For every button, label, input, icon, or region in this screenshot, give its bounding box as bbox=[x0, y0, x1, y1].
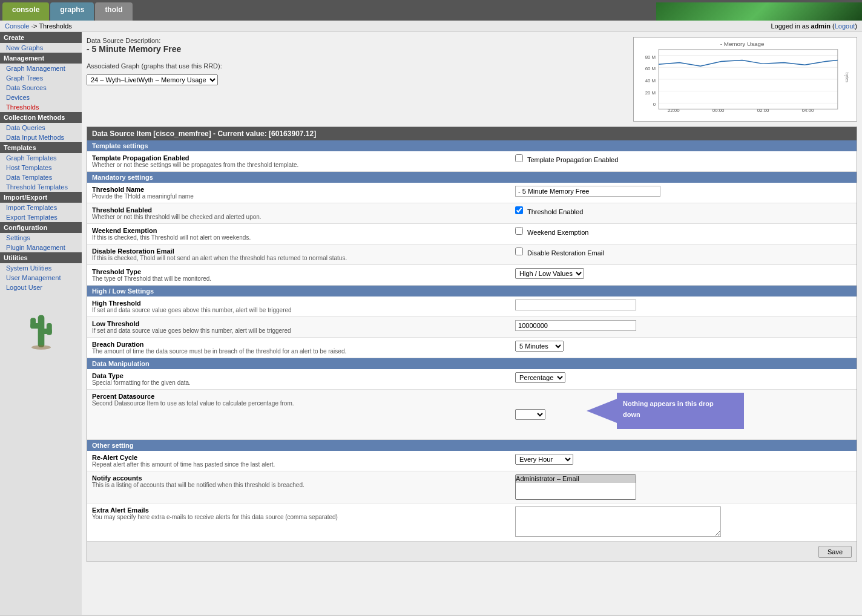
sidebar: Create New Graphs Management Graph Manag… bbox=[0, 32, 82, 615]
svg-text:20 M: 20 M bbox=[645, 90, 656, 96]
table-row: Threshold Type The type of Threshold tha… bbox=[87, 265, 857, 286]
table-row: Breach Duration The amount of time the d… bbox=[87, 338, 857, 358]
save-button[interactable]: Save bbox=[818, 546, 852, 558]
sidebar-item-graph-templates[interactable]: Graph Templates bbox=[0, 153, 82, 163]
table-row: Weekend Exemption If this is checked, th… bbox=[87, 224, 857, 244]
svg-text:00:00: 00:00 bbox=[712, 108, 725, 113]
template-propagation-label: Template Propagation Enabled bbox=[515, 156, 618, 163]
field-desc-low-threshold: If set and data source value goes below … bbox=[92, 327, 505, 334]
svg-text:0: 0 bbox=[653, 102, 656, 107]
field-label-notify-accounts: Notify accounts bbox=[92, 474, 505, 482]
field-desc-percent-datasource: Second Datasource Item to use as total v… bbox=[92, 400, 505, 407]
sidebar-item-logout-user[interactable]: Logout User bbox=[0, 283, 82, 292]
sidebar-item-user-management[interactable]: User Management bbox=[0, 273, 82, 283]
field-desc-template-propagation: Whether or not these settings will be pr… bbox=[92, 162, 505, 168]
field-label-weekend-exemption: Weekend Exemption bbox=[92, 227, 505, 234]
extra-alert-emails-textarea[interactable] bbox=[515, 506, 721, 537]
template-propagation-checkbox[interactable] bbox=[515, 154, 523, 162]
data-manipulation-table: Data Type Special formatting for the giv… bbox=[87, 369, 857, 440]
svg-text:40 M: 40 M bbox=[645, 78, 656, 84]
sidebar-item-devices[interactable]: Devices bbox=[0, 93, 82, 102]
notify-accounts-select[interactable]: Administrator – Email bbox=[515, 474, 636, 500]
sidebar-item-data-input-methods[interactable]: Data Input Methods bbox=[0, 133, 82, 142]
data-type-select[interactable]: Percentage Exact Bits Bytes bbox=[515, 372, 565, 383]
sidebar-header-collection-methods: Collection Methods bbox=[0, 112, 82, 123]
graph-preview: - Memory Usage 80 M 60 M 40 M 20 M 0 bbox=[633, 37, 857, 122]
field-desc-extra-alert-emails: You may specify here extra e-mails to re… bbox=[92, 514, 505, 520]
threshold-enabled-checkbox[interactable] bbox=[515, 206, 523, 214]
field-desc-disable-restoration: If this is checked, Thold will not send … bbox=[92, 255, 505, 261]
table-row: Template Propagation Enabled Whether or … bbox=[87, 151, 857, 172]
weekend-exemption-checkbox[interactable] bbox=[515, 227, 523, 235]
disable-restoration-checkbox[interactable] bbox=[515, 247, 523, 255]
sidebar-item-thresholds[interactable]: Thresholds bbox=[0, 102, 82, 112]
sidebar-item-system-utilities[interactable]: System Utilities bbox=[0, 263, 82, 273]
top-navigation: console graphs thold bbox=[0, 0, 862, 21]
breadcrumb-console-link[interactable]: Console bbox=[5, 22, 29, 30]
field-desc-weekend-exemption: If this is checked, this Threshold will … bbox=[92, 234, 505, 241]
high-low-settings-table: High Threshold If set and data source va… bbox=[87, 297, 857, 358]
svg-text:down: down bbox=[623, 411, 640, 418]
high-threshold-input[interactable] bbox=[515, 300, 636, 310]
assoc-graph-row: 24 – Wyth–LivetWyth – Memory Usage bbox=[87, 74, 626, 85]
ds-item-wrapper: Data Source Item [cisco_memfree] - Curre… bbox=[87, 126, 857, 562]
assoc-graph-select[interactable]: 24 – Wyth–LivetWyth – Memory Usage bbox=[87, 74, 218, 85]
main-layout: Create New Graphs Management Graph Manag… bbox=[0, 32, 862, 615]
table-row: Notify accounts This is a listing of acc… bbox=[87, 471, 857, 503]
ds-info-row: Data Source Description: - 5 Minute Memo… bbox=[87, 37, 857, 122]
weekend-exemption-label: Weekend Exemption bbox=[515, 229, 588, 236]
re-alert-cycle-select[interactable]: Every Hour Every 2 Hours Every 4 Hours E… bbox=[515, 454, 573, 465]
save-area: Save bbox=[87, 542, 857, 562]
table-row: Re-Alert Cycle Repeat alert after this a… bbox=[87, 451, 857, 471]
sidebar-item-data-sources[interactable]: Data Sources bbox=[0, 83, 82, 93]
username: admin bbox=[811, 22, 831, 30]
svg-text:80 M: 80 M bbox=[645, 54, 656, 60]
sidebar-item-data-queries[interactable]: Data Queries bbox=[0, 123, 82, 133]
field-label-data-type: Data Type bbox=[92, 372, 505, 379]
table-row: Threshold Enabled Whether or not this th… bbox=[87, 203, 857, 224]
sidebar-item-plugin-management[interactable]: Plugin Management bbox=[0, 243, 82, 252]
sidebar-item-settings[interactable]: Settings bbox=[0, 233, 82, 243]
logout-link[interactable]: Logout bbox=[835, 22, 855, 30]
sidebar-item-host-templates[interactable]: Host Templates bbox=[0, 163, 82, 172]
sidebar-header-import-export: Import/Export bbox=[0, 192, 82, 203]
threshold-type-select[interactable]: High / Low Values Baseline Time Based bbox=[515, 268, 584, 279]
section-header-high-low: High / Low Settings bbox=[87, 286, 857, 297]
tab-graphs[interactable]: graphs bbox=[50, 2, 94, 21]
sidebar-item-new-graphs[interactable]: New Graphs bbox=[0, 43, 82, 53]
field-desc-data-type: Special formatting for the given data. bbox=[92, 379, 505, 386]
breadcrumb-separator: -> bbox=[31, 22, 39, 30]
svg-text:04:00: 04:00 bbox=[802, 108, 814, 113]
low-threshold-input[interactable] bbox=[515, 320, 636, 331]
sidebar-item-data-templates[interactable]: Data Templates bbox=[0, 172, 82, 182]
threshold-name-input[interactable] bbox=[515, 186, 660, 197]
svg-text:02:00: 02:00 bbox=[757, 108, 769, 113]
breach-duration-select[interactable]: 5 Minutes 10 Minutes 15 Minutes 30 Minut… bbox=[515, 341, 564, 352]
sidebar-item-import-templates[interactable]: Import Templates bbox=[0, 203, 82, 212]
svg-marker-24 bbox=[587, 393, 744, 429]
field-desc-breach-duration: The amount of time the data source must … bbox=[92, 348, 505, 355]
ds-description-value: - 5 Minute Memory Free bbox=[87, 44, 626, 54]
field-label-re-alert-cycle: Re-Alert Cycle bbox=[92, 454, 505, 461]
table-row: High Threshold If set and data source va… bbox=[87, 297, 857, 317]
field-label-extra-alert-emails: Extra Alert Emails bbox=[92, 506, 505, 514]
breadcrumb-thresholds: Thresholds bbox=[39, 22, 71, 30]
tab-console[interactable]: console bbox=[2, 2, 49, 21]
table-row: Disable Restoration Email If this is che… bbox=[87, 244, 857, 265]
ds-description-label: Data Source Description: bbox=[87, 37, 626, 44]
sidebar-header-utilities: Utilities bbox=[0, 252, 82, 263]
section-header-template-settings: Template settings bbox=[87, 140, 857, 151]
svg-point-5 bbox=[31, 346, 51, 350]
tab-thold[interactable]: thold bbox=[95, 2, 132, 21]
ds-details: Data Source Description: - 5 Minute Memo… bbox=[87, 37, 626, 122]
sidebar-item-export-templates[interactable]: Export Templates bbox=[0, 212, 82, 222]
percent-datasource-select[interactable] bbox=[515, 409, 545, 420]
svg-text:bytes: bytes bbox=[844, 73, 849, 83]
svg-text:22:00: 22:00 bbox=[668, 108, 680, 113]
sidebar-item-threshold-templates[interactable]: Threshold Templates bbox=[0, 182, 82, 192]
table-row: Data Type Special formatting for the giv… bbox=[87, 369, 857, 390]
section-header-other-setting: Other setting bbox=[87, 440, 857, 451]
sidebar-item-graph-management[interactable]: Graph Management bbox=[0, 64, 82, 73]
field-label-threshold-name: Threshold Name bbox=[92, 186, 505, 193]
sidebar-item-graph-trees[interactable]: Graph Trees bbox=[0, 73, 82, 83]
